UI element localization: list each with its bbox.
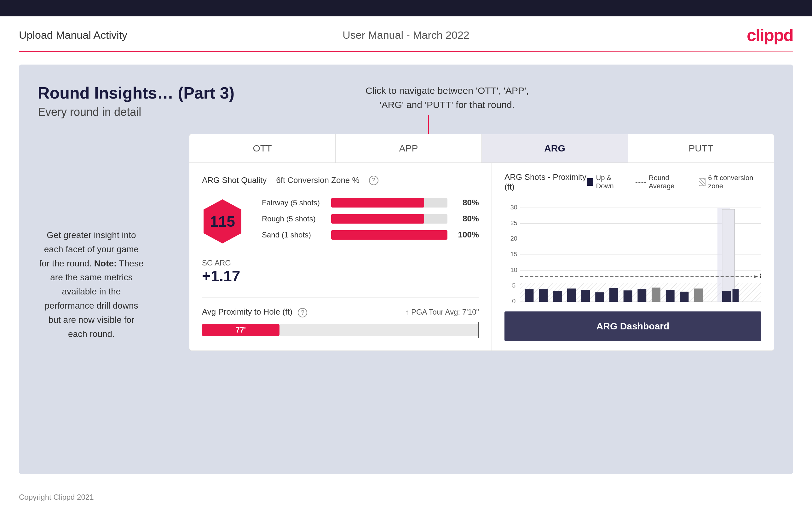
prox-title: Avg Proximity to Hole (ft) ?: [202, 307, 307, 318]
note-label: Note:: [94, 259, 117, 268]
shot-row-rough: Rough (5 shots) 80%: [262, 214, 479, 224]
svg-rect-32: [680, 292, 689, 302]
card-body: ARG Shot Quality 6ft Conversion Zone % ?…: [189, 163, 774, 350]
prox-bar-bg: 77': [202, 324, 479, 336]
nav-hint: Click to navigate between 'OTT', 'APP','…: [365, 83, 529, 112]
fairway-label: Fairway (5 shots): [262, 199, 325, 207]
tab-ott[interactable]: OTT: [189, 134, 336, 163]
legend-hatched-box: [699, 178, 706, 186]
svg-rect-22: [539, 289, 548, 302]
tab-app[interactable]: APP: [336, 134, 482, 163]
document-title: User Manual - March 2022: [343, 29, 469, 41]
fairway-bar-bg: [331, 198, 447, 208]
svg-text:20: 20: [510, 235, 517, 242]
upload-manual-activity-link[interactable]: Upload Manual Activity: [19, 29, 127, 41]
chart-title: ARG Shots - Proximity (ft): [504, 172, 587, 192]
svg-rect-30: [652, 287, 660, 302]
svg-rect-29: [638, 289, 646, 302]
legend-round-avg: Round Average: [636, 174, 690, 190]
svg-text:15: 15: [510, 251, 517, 258]
sand-bar-fill: [331, 230, 447, 240]
shot-row-fairway: Fairway (5 shots) 80%: [262, 198, 479, 208]
right-panel: ARG Shots - Proximity (ft) Up & Down Rou…: [492, 163, 774, 350]
header: Upload Manual Activity User Manual - Mar…: [0, 16, 812, 51]
svg-text:25: 25: [510, 220, 517, 226]
chart-legend: Up & Down Round Average 6 ft conversion …: [587, 174, 761, 190]
rough-bar-fill: [331, 214, 424, 224]
footer: Copyright Clippd 2021: [0, 487, 812, 507]
prox-pga: ↑ PGA Tour Avg: 7'10": [405, 308, 479, 317]
help-icon[interactable]: ?: [369, 176, 378, 185]
fairway-pct: 80%: [454, 198, 479, 208]
shot-quality-list: Fairway (5 shots) 80% Rough (5 shots): [262, 198, 479, 246]
svg-text:30: 30: [510, 204, 517, 211]
legend-box-up-down: [587, 178, 594, 186]
legend-label-conversion: 6 ft conversion zone: [708, 174, 761, 190]
dashboard-card: OTT APP ARG PUTT ARG Shot Quality 6ft Co…: [189, 134, 774, 351]
hex-score-badge: 115: [202, 198, 243, 245]
prox-cursor: [478, 322, 479, 338]
legend-dashed-line: [636, 182, 646, 183]
hex-container: 115 Fairway (5 shots) 80% Rough (5 sho: [202, 198, 479, 246]
legend-up-down: Up & Down: [587, 174, 626, 190]
svg-rect-28: [623, 290, 632, 302]
svg-rect-26: [595, 292, 604, 302]
sg-value: +1.17: [202, 267, 479, 285]
arg-dashboard-button[interactable]: ARG Dashboard: [504, 312, 761, 341]
chart-header: ARG Shots - Proximity (ft) Up & Down Rou…: [504, 172, 761, 192]
svg-rect-33: [694, 288, 703, 302]
rough-bar-bg: [331, 214, 447, 224]
shot-row-sand: Sand (1 shots) 100%: [262, 230, 479, 240]
sand-label: Sand (1 shots): [262, 230, 325, 239]
legend-label-up-down: Up & Down: [596, 174, 626, 190]
rough-label: Rough (5 shots): [262, 215, 325, 223]
conversion-label: 6ft Conversion Zone %: [276, 175, 359, 185]
svg-text:5: 5: [512, 282, 515, 289]
rough-pct: 80%: [454, 214, 479, 224]
clippd-logo: clippd: [747, 25, 793, 45]
svg-rect-35: [722, 291, 731, 302]
main-content: Round Insights… (Part 3) Every round in …: [19, 65, 793, 474]
top-bar: [0, 0, 812, 16]
panel-header: ARG Shot Quality 6ft Conversion Zone % ?: [202, 175, 479, 185]
sg-label: SG ARG: [202, 259, 479, 267]
svg-text:10: 10: [510, 267, 517, 273]
legend-conversion: 6 ft conversion zone: [699, 174, 761, 190]
svg-rect-34: [722, 210, 735, 302]
chart-area: 0 5 10 15 20 25 30: [504, 198, 761, 305]
prox-help-icon[interactable]: ?: [298, 308, 307, 318]
svg-rect-21: [525, 289, 534, 302]
hex-score-value: 115: [210, 213, 235, 230]
svg-rect-23: [553, 291, 562, 302]
svg-rect-31: [666, 290, 675, 302]
svg-rect-36: [732, 289, 739, 302]
svg-text:8: 8: [760, 272, 761, 280]
header-divider: [19, 51, 793, 52]
svg-marker-38: [754, 276, 758, 278]
svg-rect-24: [567, 288, 576, 302]
tab-arg[interactable]: ARG: [482, 134, 628, 163]
prox-header: Avg Proximity to Hole (ft) ? ↑ PGA Tour …: [202, 307, 479, 318]
svg-rect-25: [581, 290, 590, 302]
legend-label-round-avg: Round Average: [649, 174, 690, 190]
prox-bar-fill: 77': [202, 324, 280, 336]
fairway-bar-fill: [331, 198, 424, 208]
copyright-text: Copyright Clippd 2021: [19, 493, 94, 501]
left-description: Get greater insight into each facet of y…: [38, 228, 145, 341]
svg-text:0: 0: [512, 297, 515, 304]
svg-rect-27: [609, 288, 618, 302]
sand-pct: 100%: [454, 230, 479, 240]
chart-svg: 0 5 10 15 20 25 30: [504, 198, 761, 305]
tab-bar: OTT APP ARG PUTT: [189, 134, 774, 163]
sg-section: SG ARG +1.17: [202, 259, 479, 285]
left-panel: ARG Shot Quality 6ft Conversion Zone % ?…: [189, 163, 492, 350]
proximity-section: Avg Proximity to Hole (ft) ? ↑ PGA Tour …: [202, 297, 479, 336]
tab-putt[interactable]: PUTT: [628, 134, 774, 163]
shot-quality-title: ARG Shot Quality: [202, 175, 266, 185]
sand-bar-bg: [331, 230, 447, 240]
